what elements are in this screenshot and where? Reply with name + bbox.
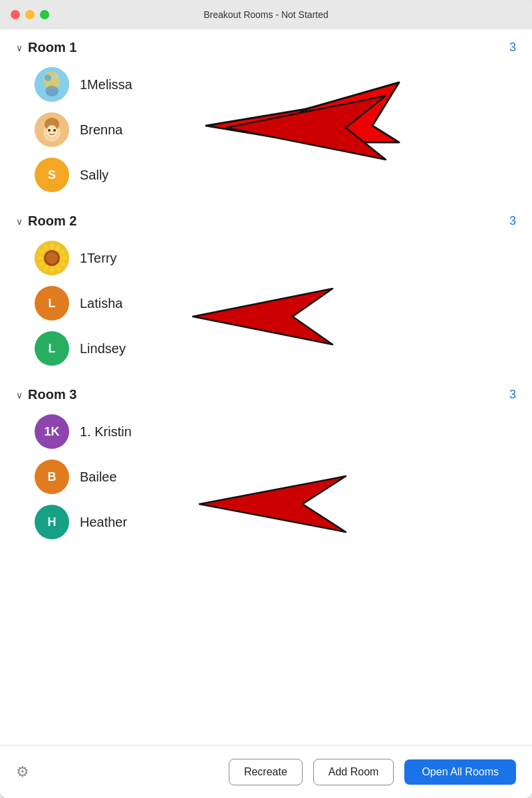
footer: ⚙ Recreate Add Room Open All Rooms — [0, 745, 532, 798]
chevron-icon-1[interactable]: ∨ — [16, 43, 23, 53]
list-item: L Latisha — [16, 281, 516, 326]
svg-point-30 — [46, 252, 58, 264]
window-controls — [11, 10, 49, 19]
participant-name: Lindsey — [80, 341, 126, 356]
svg-point-23 — [37, 256, 43, 260]
minimize-button[interactable] — [25, 10, 35, 19]
settings-button[interactable]: ⚙ — [16, 763, 29, 781]
list-item: 1Melissa — [16, 62, 516, 107]
svg-point-8 — [53, 74, 59, 79]
open-all-rooms-button[interactable]: Open All Rooms — [404, 759, 516, 785]
svg-point-26 — [50, 243, 54, 249]
participant-name: 1Terry — [80, 251, 117, 266]
room-count-3: 3 — [509, 388, 516, 402]
svg-point-9 — [45, 86, 59, 96]
svg-point-14 — [48, 129, 51, 132]
participant-name: Bailee — [80, 469, 117, 485]
chevron-icon-2[interactable]: ∨ — [16, 216, 23, 227]
avatar: L — [35, 286, 69, 321]
room-count-1: 3 — [509, 41, 516, 55]
participant-name: 1Melissa — [80, 77, 132, 92]
room-title-2: Room 2 — [28, 213, 76, 229]
list-item: Brenna — [16, 107, 516, 152]
footer-left: ⚙ — [16, 763, 29, 781]
svg-point-20 — [50, 267, 54, 273]
recreate-button[interactable]: Recreate — [229, 759, 303, 785]
room-header-left-1: ∨ Room 1 — [16, 40, 76, 55]
room-section-3: ∨ Room 3 3 1K 1. Kristin B Bailee H Heat… — [16, 387, 516, 545]
room-title-1: Room 1 — [28, 40, 76, 55]
window-title: Breakout Rooms - Not Started — [203, 9, 329, 20]
main-content: ∨ Room 1 3 1Melissa — [0, 29, 532, 745]
list-item: 1Terry — [16, 235, 516, 281]
svg-point-15 — [53, 129, 56, 132]
room-title-3: Room 3 — [28, 387, 76, 402]
list-item: H Heather — [16, 499, 516, 545]
room-header-left-3: ∨ Room 3 — [16, 387, 76, 402]
svg-point-7 — [45, 74, 51, 81]
room-section-2: ∨ Room 2 3 1Terry L Latisha L — [16, 213, 516, 371]
avatar: B — [35, 460, 69, 494]
maximize-button[interactable] — [40, 10, 49, 19]
room-section-1: ∨ Room 1 3 1Melissa — [16, 40, 516, 198]
avatar: H — [35, 505, 69, 539]
room-header-left-2: ∨ Room 2 — [16, 213, 76, 229]
app-window: Breakout Rooms - Not Started — [0, 0, 532, 798]
add-room-button[interactable]: Add Room — [313, 759, 394, 785]
avatar: L — [35, 331, 69, 366]
chevron-icon-3[interactable]: ∨ — [16, 390, 23, 400]
list-item: S Sally — [16, 152, 516, 198]
participant-name: Sally — [80, 168, 108, 183]
gear-icon: ⚙ — [16, 763, 29, 780]
titlebar: Breakout Rooms - Not Started — [0, 0, 532, 29]
avatar: S — [35, 158, 69, 192]
room-count-2: 3 — [509, 214, 516, 228]
list-item: L Lindsey — [16, 326, 516, 371]
participant-name: Latisha — [80, 296, 123, 311]
participant-name: Brenna — [80, 122, 123, 138]
list-item: 1K 1. Kristin — [16, 409, 516, 454]
participant-name: 1. Kristin — [80, 424, 132, 440]
svg-point-17 — [61, 256, 67, 260]
rooms-container: ∨ Room 1 3 1Melissa — [16, 40, 516, 545]
avatar: 1K — [35, 414, 69, 449]
participant-name: Heather — [80, 515, 127, 530]
list-item: B Bailee — [16, 454, 516, 499]
close-button[interactable] — [11, 10, 20, 19]
